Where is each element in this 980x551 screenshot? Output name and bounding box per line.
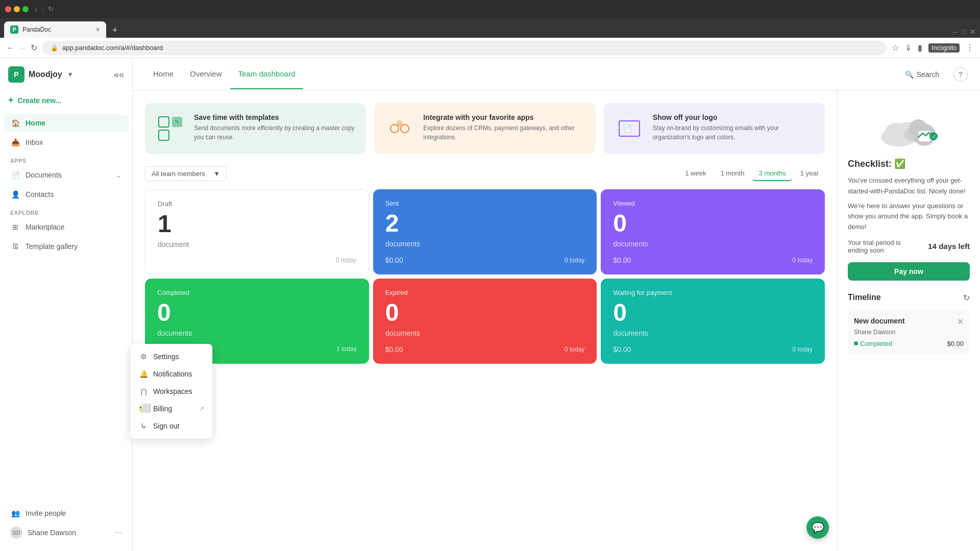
browser-close-icon[interactable]: ✕ [970,28,976,36]
timeline-close-icon[interactable]: ✕ [957,317,964,327]
checklist-emoji: ✅ [894,159,905,169]
trial-days: 14 days left [928,242,970,251]
promo-title-integrations: Integrate with your favorite apps [423,113,585,121]
user-more-icon: ⋯ [115,529,122,537]
invite-icon: 👥 [10,508,20,518]
context-signout-label: Sign out [153,422,179,430]
sidebar-invite-label: Invite people [26,509,66,517]
tab-close-icon[interactable]: × [96,26,100,34]
new-tab-button[interactable]: + [108,25,122,38]
filter-1year[interactable]: 1 year [794,166,825,181]
search-button[interactable]: 🔍 Search [899,67,945,82]
timeline-item: New document ✕ Shane Dawson Completed $0… [848,311,970,354]
sidebar-item-invite[interactable]: 👥 Invite people [4,504,128,522]
bookmark-icon[interactable]: ☆ [892,43,899,53]
stat-completed-today: 1 today [336,345,356,353]
chat-button[interactable]: 💬 [806,516,829,539]
completed-dot [854,341,858,345]
team-filter-dropdown[interactable]: All team members ▼ [145,166,227,181]
settings-icon: ⚙ [139,352,148,361]
sidebar-item-user[interactable]: SD Shane Dawson ⋯ [4,522,128,543]
team-filter-label: All team members [152,170,205,178]
stat-draft-today: 0 today [336,257,356,264]
status-completed: Completed [854,340,892,347]
stat-card-sent[interactable]: Sent 2 documents $0.00 0 today [373,189,597,274]
stat-draft-unit: document [158,240,356,248]
svg-text:✎: ✎ [175,118,180,126]
apps-section-label: APPS [0,152,132,166]
tab-home[interactable]: Home [145,59,182,89]
templates-promo-icon: ✎ [155,113,186,144]
sidebar-item-template-gallery[interactable]: 🖻 Template gallery [4,237,128,256]
stat-viewed-amount: $0.00 [613,256,631,264]
cloud-illustration: ✓ [848,101,970,158]
tab-team-dashboard[interactable]: Team dashboard [230,59,304,89]
address-bar[interactable]: 🔒 app.pandadoc.com/a/#/dashboard [42,41,887,55]
forward-icon[interactable]: → [18,43,27,53]
browser-tab[interactable]: P PandaDoc × [4,21,106,38]
context-settings[interactable]: ⚙ Settings [131,348,212,365]
stat-expired-label: Expired [385,289,585,296]
download-icon[interactable]: ⇓ [905,43,912,53]
checklist-subtext: We're here to answer your questions or s… [848,201,970,233]
sidebar-item-home[interactable]: 🏠 Home [4,114,128,132]
filter-1month[interactable]: 1 month [714,166,750,181]
right-panel: ✓ Checklist: ✅ You've crossed everything… [837,91,980,551]
logo-chevron-icon: ▼ [67,71,74,78]
sidebar-item-inbox[interactable]: 📥 Inbox [4,133,128,152]
context-billing[interactable]: 💳 Billing ↗ [131,400,212,417]
pay-now-button[interactable]: Pay now [848,262,970,281]
stat-card-draft[interactable]: Draft 1 document 0 today [145,189,369,274]
trial-label: Your trial period is ending soon [848,239,914,254]
browser-restore-icon[interactable]: □ [962,28,966,36]
stat-sent-today: 0 today [565,257,584,264]
lock-icon: 🔒 [51,44,58,52]
stat-draft-label: Draft [158,200,356,208]
stat-viewed-number: 0 [613,211,813,236]
sidebar-logo: P Moodjoy ▼ [8,66,74,83]
stat-waiting-footer: $0.00 0 today [613,345,813,354]
promo-card-branding[interactable]: 📄 Show off your logo Stay on-brand by cu… [604,103,825,154]
stat-card-expired[interactable]: Expired 0 documents $0.00 0 today [373,279,597,364]
stat-completed-label: Completed [157,289,357,296]
plus-icon: + [8,95,14,106]
filter-1week[interactable]: 1 week [679,166,712,181]
sidebar-item-marketplace[interactable]: ⊞ Marketplace [4,218,128,236]
sidebar: P Moodjoy ▼ «« + Create new... 🏠 Home 📥 … [0,58,133,551]
checklist-text: You've crossed everything off your get-s… [848,176,970,197]
svg-text:📄: 📄 [623,124,632,133]
promo-desc-branding: Stay on-brand by customizing emails with… [653,123,815,142]
extensions-icon[interactable]: ▮ [918,43,922,53]
sidebar-item-contacts[interactable]: 👤 Contacts [4,185,128,204]
promo-card-integrations[interactable]: Integrate with your favorite apps Explor… [374,103,595,154]
sidebar-contacts-label: Contacts [26,190,54,198]
back-icon[interactable]: ← [6,43,14,53]
help-button[interactable]: ? [953,67,968,82]
stat-expired-number: 0 [385,300,585,325]
stat-expired-today: 0 today [565,346,584,353]
stat-waiting-today: 0 today [793,346,813,353]
menu-icon[interactable]: ⋮ [966,43,974,53]
create-new-button[interactable]: + Create new... [0,91,132,110]
promo-cards: ✎ Save time with templates Send document… [145,103,825,154]
checklist-header: Checklist: ✅ [848,158,970,169]
collapse-sidebar-icon[interactable]: «« [114,69,124,80]
filter-3months[interactable]: 3 months [752,166,792,181]
context-signout[interactable]: ↳ Sign out [131,417,212,435]
context-notifications[interactable]: 🔔 Notifications [131,365,212,383]
stat-sent-number: 2 [385,211,585,236]
svg-rect-0 [159,117,169,127]
browser-minimize-icon[interactable]: – [953,28,958,36]
tab-overview[interactable]: Overview [182,59,230,89]
stat-card-viewed[interactable]: Viewed 0 documents $0.00 0 today [601,189,825,274]
stat-card-waiting[interactable]: Waiting for payment 0 documents $0.00 0 … [601,279,825,364]
sidebar-item-documents[interactable]: 📄 Documents ⌄ [4,166,128,184]
context-workspaces[interactable]: ⋂ Workspaces [131,383,212,400]
promo-card-templates[interactable]: ✎ Save time with templates Send document… [145,103,366,154]
reload-icon[interactable]: ↻ [31,43,37,53]
signout-icon: ↳ [139,421,148,431]
refresh-icon[interactable]: ↻ [963,293,970,303]
stat-expired-amount: $0.00 [385,345,403,354]
sidebar-username-label: Shane Dawson [28,529,76,537]
avatar-icon: SD [10,527,22,539]
